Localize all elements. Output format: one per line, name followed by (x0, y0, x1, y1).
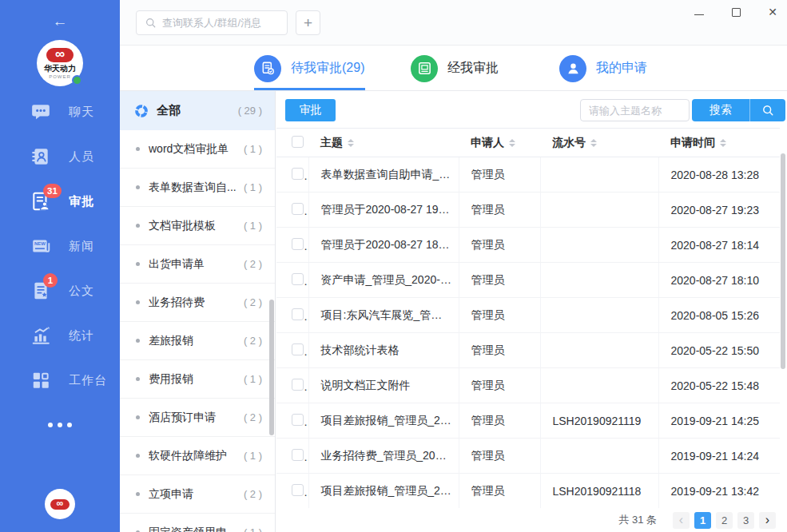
category-scrollbar[interactable] (269, 300, 274, 435)
close-button[interactable]: ✕ (765, 3, 781, 21)
cell-apply-time: 2020-05-22 15:48 (658, 368, 780, 403)
category-count: ( 2 ) (244, 411, 262, 423)
sidebar-item-official-docs[interactable]: 公文 1 (0, 268, 120, 313)
topbar: 查询联系人/群组/消息 + ✕ (120, 0, 787, 46)
sidebar-item-statistics[interactable]: 统计 (0, 313, 120, 358)
prev-page-button[interactable]: ‹ (673, 512, 690, 529)
table-row[interactable]: 业务招待费_管理员_2019-... 管理员 2019-09-21 14:24 (276, 439, 780, 474)
category-count: ( 29 ) (238, 105, 262, 117)
search-button-group: 搜索 (692, 99, 785, 121)
add-button[interactable]: + (296, 10, 320, 35)
table-row[interactable]: 项目:东风汽车展览_管理员... 管理员 2020-08-05 15:26 (276, 298, 780, 333)
tab-pending-my-approval[interactable]: 待我审批(29) (254, 46, 364, 90)
approved-by-me-icon (411, 55, 438, 82)
category-count: ( 2 ) (244, 258, 262, 270)
page-1-button[interactable]: 1 (694, 512, 711, 529)
category-item[interactable]: 业务招待费 ( 2 ) (120, 284, 275, 322)
next-page-button[interactable]: › (759, 512, 776, 529)
row-checkbox[interactable] (292, 273, 304, 285)
cell-serial (540, 263, 658, 298)
category-label: 费用报销 (149, 372, 244, 387)
row-checkbox[interactable] (292, 238, 304, 250)
notification-badge: 1 (43, 273, 58, 288)
column-header-applicant[interactable]: 申请人 (471, 136, 515, 150)
cell-serial (540, 157, 658, 193)
footer-logo: ∞ (45, 489, 75, 519)
table-row[interactable]: 项目差旅报销_管理员_201... 管理员 LSH20190921118 201… (276, 474, 780, 509)
cell-subject[interactable]: 资产申请_管理员_2020-08... (308, 263, 459, 298)
cell-subject[interactable]: 项目:东风汽车展览_管理员... (308, 298, 459, 333)
cell-subject[interactable]: 技术部统计表格 (308, 333, 459, 368)
column-header-apply-time[interactable]: 申请时间 (670, 136, 726, 150)
row-checkbox[interactable] (292, 168, 304, 180)
sidebar-item-label: 人员 (69, 149, 94, 165)
cell-serial: LSH20190921119 (540, 403, 658, 439)
category-item[interactable]: 文档审批模板 ( 1 ) (120, 207, 275, 245)
global-search-placeholder: 查询联系人/群组/消息 (162, 16, 261, 30)
column-header-serial[interactable]: 流水号 (552, 136, 597, 150)
row-checkbox[interactable] (292, 203, 304, 215)
row-checkbox[interactable] (292, 414, 304, 426)
back-arrow-icon[interactable]: ← (0, 13, 120, 30)
cell-subject[interactable]: 项目差旅报销_管理员_201... (308, 403, 459, 439)
table-row[interactable]: 技术部统计表格 管理员 2020-05-22 15:50 (276, 333, 780, 368)
row-checkbox[interactable] (292, 308, 304, 320)
row-checkbox[interactable] (292, 449, 304, 461)
table-row[interactable]: 说明文档正文附件 管理员 2020-05-22 15:48 (276, 368, 780, 403)
sidebar-item-approval[interactable]: 审批 31 (0, 179, 120, 224)
category-item[interactable]: word文档审批单 ( 1 ) (120, 130, 275, 169)
cell-subject[interactable]: 管理员于2020-08-27 19:3... (308, 193, 459, 228)
sort-icon[interactable] (720, 139, 726, 147)
category-count: ( 1 ) (244, 373, 262, 385)
row-checkbox[interactable] (292, 379, 304, 391)
table-row[interactable]: 表单数据查询自助申请_管... 管理员 2020-08-28 13:28 (276, 157, 780, 193)
sort-icon[interactable] (509, 139, 515, 147)
row-checkbox[interactable] (292, 484, 304, 496)
category-item[interactable]: 出货申请单 ( 2 ) (120, 245, 275, 284)
cell-subject[interactable]: 表单数据查询自助申请_管... (308, 157, 459, 193)
tab-approved-by-me[interactable]: 经我审批 (411, 46, 499, 90)
category-item[interactable]: 差旅报销 ( 2 ) (120, 322, 275, 360)
table-row[interactable]: 管理员于2020-08-27 19:3... 管理员 2020-08-27 19… (276, 193, 780, 228)
category-item[interactable]: 表单数据查询自... ( 1 ) (120, 169, 275, 207)
cell-subject[interactable]: 管理员于2020-08-27 18:0... (308, 228, 459, 263)
table-row[interactable]: 资产申请_管理员_2020-08... 管理员 2020-08-27 18:10 (276, 263, 780, 298)
search-button[interactable]: 搜索 (692, 99, 749, 121)
table-scrollbar[interactable] (781, 153, 785, 369)
row-checkbox[interactable] (292, 343, 304, 355)
sidebar-item-workbench[interactable]: 工作台 (0, 358, 120, 403)
advanced-search-button[interactable] (750, 99, 785, 121)
category-item[interactable]: 立项申请 ( 2 ) (120, 475, 275, 514)
column-header-subject[interactable]: 主题 (320, 136, 354, 150)
sort-icon[interactable] (348, 139, 354, 147)
cell-subject[interactable]: 业务招待费_管理员_2019-... (308, 439, 459, 474)
more-menu-button[interactable] (0, 403, 120, 447)
approve-button[interactable]: 审批 (285, 99, 336, 121)
sidebar-item-news[interactable]: NEW 新闻 (0, 224, 120, 268)
minimize-button[interactable] (691, 3, 707, 21)
cell-subject[interactable]: 说明文档正文附件 (308, 368, 459, 403)
table-row[interactable]: 管理员于2020-08-27 18:0... 管理员 2020-08-27 18… (276, 228, 780, 263)
page-3-button[interactable]: 3 (737, 512, 754, 529)
maximize-button[interactable] (728, 3, 744, 21)
tab-my-applications[interactable]: 我的申请 (559, 46, 647, 90)
bullet-icon (136, 339, 140, 343)
global-search-input[interactable]: 查询联系人/群组/消息 (136, 10, 288, 35)
category-item[interactable]: 费用报销 ( 1 ) (120, 360, 275, 399)
cell-subject[interactable]: 项目差旅报销_管理员_201... (308, 474, 459, 509)
subject-search-input[interactable] (580, 99, 690, 121)
table-row[interactable]: 项目差旅报销_管理员_201... 管理员 LSH20190921119 201… (276, 403, 780, 439)
sidebar-item-chat[interactable]: 聊天 (0, 89, 120, 134)
tab-label: 经我审批 (447, 60, 499, 77)
select-all-checkbox[interactable] (292, 136, 304, 148)
sidebar-item-label: 审批 (69, 194, 94, 209)
category-label: 固定资产领用申... (149, 526, 244, 532)
sort-icon[interactable] (590, 139, 597, 147)
sidebar-item-people[interactable]: 人员 (0, 134, 120, 179)
cell-applicant: 管理员 (459, 333, 540, 368)
page-2-button[interactable]: 2 (716, 512, 733, 529)
category-all[interactable]: 全部 ( 29 ) (120, 91, 275, 130)
category-item[interactable]: 固定资产领用申... ( 1 ) (120, 514, 275, 532)
category-item[interactable]: 软硬件故障维护 ( 1 ) (120, 437, 275, 475)
category-item[interactable]: 酒店预订申请 ( 2 ) (120, 399, 275, 437)
